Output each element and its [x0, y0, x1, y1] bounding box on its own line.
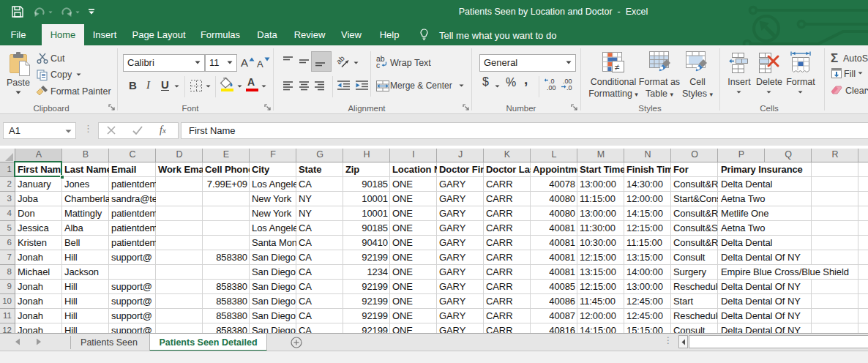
svg-text:.00: .00: [547, 84, 556, 91]
svg-text:≠: ≠: [615, 62, 620, 72]
svg-text:c: c: [376, 61, 380, 69]
svg-text:.0: .0: [566, 84, 572, 91]
